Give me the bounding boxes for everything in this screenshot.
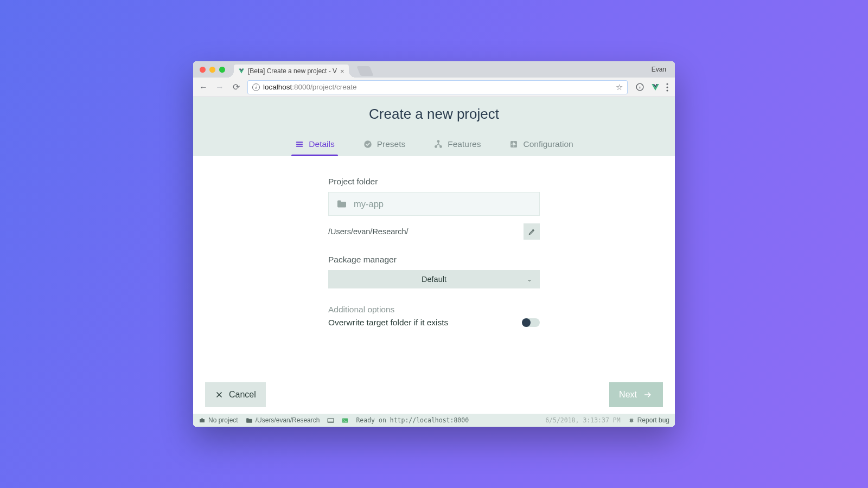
edit-path-button[interactable] bbox=[524, 223, 540, 240]
status-bar: No project /Users/evan/Research Ready on… bbox=[193, 414, 675, 427]
close-icon[interactable]: × bbox=[340, 67, 344, 75]
svg-point-5 bbox=[666, 89, 668, 91]
url-text: localhost:8000/project/create bbox=[263, 83, 357, 91]
bookmark-star-icon[interactable]: ☆ bbox=[616, 82, 623, 92]
vue-icon bbox=[238, 68, 245, 74]
browser-tab[interactable]: [Beta] Create a new project - V × bbox=[234, 65, 349, 78]
address-bar[interactable]: i localhost:8000/project/create ☆ bbox=[247, 80, 628, 94]
project-folder-label: Project folder bbox=[328, 177, 540, 187]
status-log[interactable] bbox=[327, 418, 334, 423]
tree-icon bbox=[433, 139, 443, 149]
page-title: Create a new project bbox=[193, 106, 675, 132]
window-controls bbox=[197, 61, 228, 78]
status-project-text: No project bbox=[208, 416, 238, 424]
bug-icon bbox=[628, 417, 635, 423]
page-content: Create a new project Details Presets bbox=[193, 97, 675, 427]
additional-options-label: Additional options bbox=[328, 305, 540, 314]
status-terminal[interactable] bbox=[342, 418, 348, 423]
info-circle-icon[interactable] bbox=[635, 82, 644, 92]
window-minimize-button[interactable] bbox=[209, 67, 215, 73]
tab-features[interactable]: Features bbox=[430, 132, 484, 156]
status-ready-text: Ready on http://localhost:8000 bbox=[356, 416, 469, 424]
svg-point-14 bbox=[513, 143, 515, 146]
briefcase-icon bbox=[199, 417, 206, 423]
browser-window: [Beta] Create a new project - V × Evan ←… bbox=[193, 61, 675, 427]
chevron-down-icon: ⌄ bbox=[527, 275, 532, 283]
form-area: Project folder my-app /Users/evan/Resear… bbox=[193, 156, 675, 376]
tab-details[interactable]: Details bbox=[291, 132, 337, 156]
folder-icon bbox=[336, 200, 347, 208]
check-circle-icon bbox=[363, 139, 373, 149]
action-bar: Cancel Next bbox=[193, 376, 675, 414]
browser-toolbar: ← → ⟳ i localhost:8000/project/create ☆ bbox=[193, 78, 675, 97]
project-path: /Users/evan/Research/ bbox=[328, 227, 408, 236]
project-folder-placeholder: my-app bbox=[354, 199, 384, 209]
pencil-icon bbox=[528, 228, 536, 236]
status-cwd-text: /Users/evan/Research bbox=[256, 416, 320, 424]
svg-point-10 bbox=[438, 140, 439, 142]
toggle-knob bbox=[522, 318, 531, 327]
terminal-icon bbox=[342, 418, 348, 423]
package-manager-label: Package manager bbox=[328, 255, 540, 265]
folder-icon bbox=[246, 418, 253, 423]
svg-point-3 bbox=[666, 83, 668, 85]
close-icon bbox=[215, 390, 224, 399]
tab-label: Configuration bbox=[523, 139, 573, 149]
toolbar-right-icons bbox=[634, 82, 669, 92]
site-info-icon[interactable]: i bbox=[252, 84, 260, 91]
vue-extension-icon[interactable] bbox=[651, 83, 660, 92]
page-header: Create a new project Details Presets bbox=[193, 97, 675, 156]
project-folder-input[interactable]: my-app bbox=[328, 192, 540, 216]
next-button[interactable]: Next bbox=[609, 382, 663, 407]
gear-icon bbox=[509, 139, 519, 149]
tab-label: Features bbox=[448, 139, 481, 149]
package-manager-value: Default bbox=[422, 275, 446, 284]
overwrite-option-label: Overwrite target folder if it exists bbox=[328, 318, 448, 328]
status-cwd[interactable]: /Users/evan/Research bbox=[246, 416, 320, 424]
tab-presets[interactable]: Presets bbox=[360, 132, 409, 156]
window-close-button[interactable] bbox=[200, 67, 206, 73]
new-tab-button[interactable] bbox=[356, 66, 373, 76]
cancel-label: Cancel bbox=[229, 390, 256, 400]
kebab-menu-icon[interactable] bbox=[666, 83, 668, 92]
svg-rect-25 bbox=[342, 418, 348, 422]
forward-icon[interactable]: → bbox=[215, 82, 225, 92]
package-manager-select[interactable]: Default ⌄ bbox=[328, 270, 540, 288]
next-label: Next bbox=[619, 390, 637, 400]
window-maximize-button[interactable] bbox=[219, 67, 225, 73]
tab-configuration[interactable]: Configuration bbox=[506, 132, 576, 156]
report-bug-label: Report bug bbox=[637, 416, 669, 424]
overwrite-toggle[interactable] bbox=[524, 318, 540, 327]
arrow-right-icon bbox=[642, 390, 653, 399]
browser-tabstrip: [Beta] Create a new project - V × Evan bbox=[193, 61, 675, 78]
browser-profile-name[interactable]: Evan bbox=[652, 66, 666, 73]
wizard-tabs: Details Presets Features bbox=[193, 132, 675, 156]
tab-label: Details bbox=[309, 139, 334, 149]
tab-label: Presets bbox=[377, 139, 406, 149]
status-timestamp: 6/5/2018, 3:13:37 PM bbox=[545, 416, 620, 424]
back-icon[interactable]: ← bbox=[199, 82, 208, 92]
status-project[interactable]: No project bbox=[199, 416, 238, 424]
list-icon bbox=[295, 139, 304, 149]
log-icon bbox=[327, 418, 334, 423]
browser-tab-title: [Beta] Create a new project - V bbox=[248, 67, 337, 75]
svg-point-4 bbox=[666, 86, 668, 88]
reload-icon[interactable]: ⟳ bbox=[231, 82, 241, 92]
svg-rect-22 bbox=[200, 419, 205, 422]
cancel-button[interactable]: Cancel bbox=[205, 382, 266, 407]
report-bug-button[interactable]: Report bug bbox=[628, 416, 669, 424]
